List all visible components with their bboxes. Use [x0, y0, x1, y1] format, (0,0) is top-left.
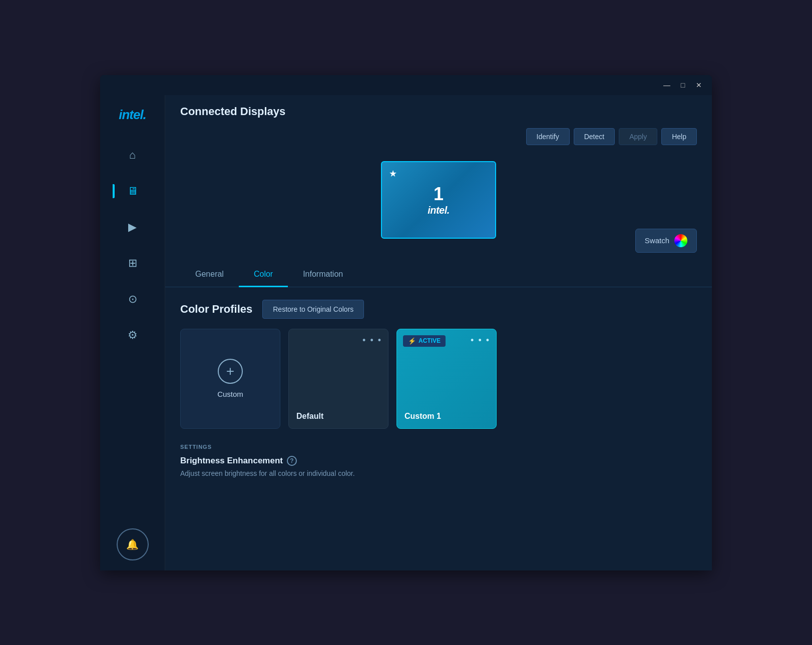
- swatch-label: Swatch: [645, 236, 669, 245]
- brightness-row: Brightness Enhancement ? Adjust screen b…: [180, 456, 697, 479]
- lightning-icon: ⚡: [408, 337, 416, 345]
- monitor-display-area: ★ 1 intel.: [180, 153, 697, 253]
- primary-star-icon: ★: [389, 168, 397, 179]
- identify-button[interactable]: Identify: [526, 128, 570, 145]
- sidebar-item-settings[interactable]: ⚙: [117, 319, 149, 351]
- home-icon: ⌂: [129, 149, 136, 162]
- logo-text: intel.: [119, 107, 146, 123]
- video-icon: ▶: [128, 221, 137, 234]
- default-profile-name: Default: [296, 412, 380, 421]
- custom1-profile-card[interactable]: ⚡ ACTIVE • • • Custom 1: [396, 329, 497, 429]
- display-area: Identify Detect Apply Help ★ 1 intel. Sw…: [165, 123, 712, 263]
- intel-logo: intel.: [113, 100, 153, 130]
- brightness-title: Brightness Enhancement ?: [180, 456, 355, 466]
- display-toolbar: Identify Detect Apply Help: [180, 128, 697, 145]
- custom1-profile-menu[interactable]: • • •: [471, 335, 490, 346]
- restore-colors-button[interactable]: Restore to Original Colors: [262, 300, 364, 319]
- monitor-card[interactable]: ★ 1 intel.: [381, 161, 496, 239]
- apps-icon: ⊞: [128, 257, 137, 270]
- sidebar-item-display[interactable]: 🖥: [117, 175, 149, 207]
- brightness-title-text: Brightness Enhancement: [180, 456, 283, 466]
- default-profile-card[interactable]: • • • Default: [288, 329, 388, 429]
- settings-label: SETTINGS: [180, 444, 697, 450]
- add-icon: +: [218, 359, 243, 384]
- profiles-grid: + Custom • • • Default ⚡ ACTIVE: [180, 329, 697, 429]
- color-wheel-icon: [674, 234, 687, 247]
- active-text: ACTIVE: [419, 337, 441, 344]
- bell-icon: 🔔: [126, 538, 139, 550]
- add-custom-profile-card[interactable]: + Custom: [180, 329, 280, 429]
- settings-section: SETTINGS Brightness Enhancement ? Adjust…: [180, 444, 697, 479]
- main-content: Connected Displays Identify Detect Apply…: [165, 95, 712, 570]
- brightness-info: Brightness Enhancement ? Adjust screen b…: [180, 456, 355, 479]
- content-area: Color Profiles Restore to Original Color…: [165, 287, 712, 570]
- sidebar: intel. ⌂ 🖥 ▶ ⊞ ⊙ ⚙ 🔔: [100, 95, 165, 570]
- close-button[interactable]: ✕: [691, 78, 707, 92]
- sidebar-item-home[interactable]: ⌂: [117, 139, 149, 171]
- brightness-description: Adjust screen brightness for all colors …: [180, 468, 355, 479]
- brightness-info-icon[interactable]: ?: [287, 456, 297, 466]
- titlebar: — □ ✕: [100, 75, 712, 95]
- plus-icon: +: [226, 363, 234, 379]
- add-custom-label: Custom: [217, 390, 243, 398]
- tab-color[interactable]: Color: [239, 263, 288, 287]
- apply-button[interactable]: Apply: [619, 128, 657, 145]
- default-profile-menu[interactable]: • • •: [362, 335, 382, 346]
- tab-general[interactable]: General: [180, 263, 239, 287]
- page-title: Connected Displays: [165, 95, 712, 123]
- minimize-button[interactable]: —: [659, 78, 675, 92]
- support-icon: ⊙: [128, 293, 137, 306]
- color-profiles-header: Color Profiles Restore to Original Color…: [180, 300, 697, 319]
- active-badge: ⚡ ACTIVE: [403, 335, 446, 347]
- sidebar-item-video[interactable]: ▶: [117, 211, 149, 243]
- monitor-brand: intel.: [428, 205, 450, 216]
- custom1-profile-name: Custom 1: [404, 412, 489, 421]
- sidebar-item-apps[interactable]: ⊞: [117, 247, 149, 279]
- help-button[interactable]: Help: [661, 128, 697, 145]
- settings-icon: ⚙: [128, 329, 138, 342]
- tab-information[interactable]: Information: [288, 263, 358, 287]
- sidebar-item-support[interactable]: ⊙: [117, 283, 149, 315]
- display-icon: 🖥: [127, 185, 138, 198]
- notification-button[interactable]: 🔔: [117, 528, 149, 560]
- swatch-button[interactable]: Swatch: [635, 229, 697, 253]
- tabs-row: General Color Information: [165, 263, 712, 287]
- monitor-number: 1: [434, 184, 444, 205]
- color-profiles-title: Color Profiles: [180, 303, 252, 316]
- maximize-button[interactable]: □: [675, 78, 691, 92]
- main-window: — □ ✕ intel. ⌂ 🖥 ▶ ⊞ ⊙ ⚙: [100, 75, 712, 570]
- detect-button[interactable]: Detect: [574, 128, 615, 145]
- app-body: intel. ⌂ 🖥 ▶ ⊞ ⊙ ⚙ 🔔: [100, 95, 712, 570]
